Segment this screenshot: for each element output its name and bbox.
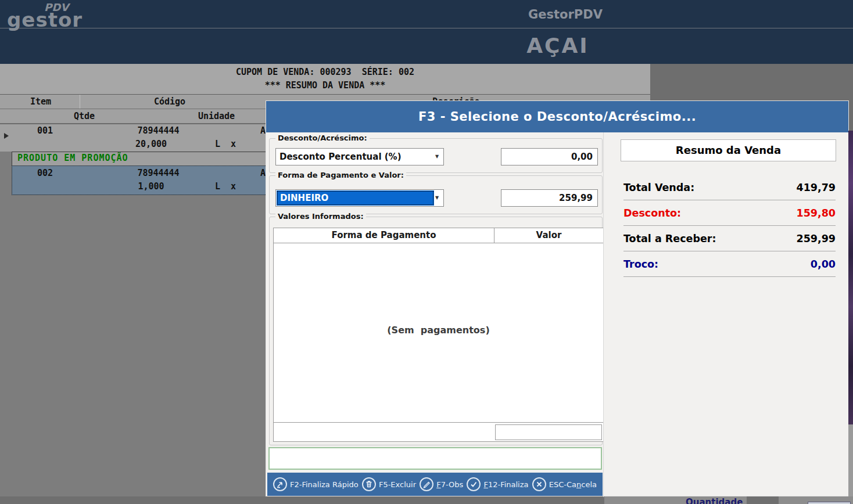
promo-banner-text: PRODUTO EM PROMOÇÃO bbox=[17, 153, 128, 163]
row1-codigo: 78944444 bbox=[134, 125, 183, 136]
discount-type-combobox[interactable]: Desconto Percentual (%) ▼ bbox=[275, 148, 444, 165]
bottom-field-partial bbox=[808, 502, 851, 504]
cupom-number-line: CUPOM DE VENDA: 000293 SÉRIE: 002 bbox=[0, 67, 650, 77]
delete-button[interactable]: F5-Excluir bbox=[362, 477, 416, 491]
summary-row-troco: Troco: 0,00 bbox=[623, 251, 836, 277]
quick-finalize-icon bbox=[273, 477, 287, 491]
row1-item: 001 bbox=[32, 125, 58, 136]
pencil-icon bbox=[420, 477, 433, 491]
payment-groupbox: Forma de Pagamento e Valor: DINHEIRO ▼ 2… bbox=[269, 175, 603, 214]
finalize-button[interactable]: F12-Finaliza bbox=[467, 477, 528, 491]
row2-qtde: 1,000 bbox=[131, 181, 171, 192]
gestor-logo-pdv: PDV bbox=[44, 1, 69, 13]
summary-row-total-venda: Total Venda: 419,79 bbox=[623, 175, 836, 200]
top-header-bar bbox=[0, 0, 853, 28]
payment-group-label: Forma de Pagamento e Valor: bbox=[275, 171, 406, 179]
cancel-icon bbox=[532, 477, 546, 491]
cupom-summary-line: *** RESUMO DA VENDA *** bbox=[0, 80, 650, 91]
col-header-codigo: Código bbox=[145, 96, 194, 107]
summary-row-desconto: Desconto: 159,80 bbox=[623, 200, 836, 226]
quick-finalize-button[interactable]: F2-Finaliza Rápido bbox=[273, 477, 359, 491]
summary-value: 0,00 bbox=[811, 258, 836, 270]
summary-label: Total a Receber: bbox=[623, 233, 716, 244]
check-icon bbox=[467, 477, 481, 491]
row2-item: 002 bbox=[32, 168, 58, 178]
chevron-down-icon[interactable]: ▼ bbox=[431, 149, 443, 165]
payments-list-groupbox: Valores Informados: Forma de Pagamento V… bbox=[269, 217, 603, 445]
no-payments-message: (Sem pagamentos) bbox=[274, 325, 603, 336]
row2-codigo: 78944444 bbox=[134, 168, 183, 178]
chevron-down-icon[interactable]: ▼ bbox=[431, 190, 443, 206]
app-title: GestorPDV bbox=[507, 8, 623, 21]
dialog-toolbar: F2-Finaliza Rápido F5-Excluir F7-Obs bbox=[267, 473, 603, 496]
panel-divider bbox=[603, 132, 604, 497]
obs-button[interactable]: F7-Obs bbox=[420, 477, 463, 491]
column-divider bbox=[80, 95, 80, 109]
cancel-button[interactable]: ESC-Cancela bbox=[532, 477, 597, 491]
payments-table-header: Forma de Pagamento Valor bbox=[274, 228, 603, 243]
payment-value-input[interactable]: 259,99 bbox=[501, 189, 598, 207]
col-header-qtde: Qtde bbox=[67, 111, 102, 121]
discount-dialog: F3 - Selecione o Desconto/Acréscimo... D… bbox=[266, 100, 849, 496]
row1-unidade: L x bbox=[214, 139, 237, 149]
summary-label: Total Venda: bbox=[623, 182, 694, 193]
row1-qtde: 20,000 bbox=[131, 139, 171, 149]
desktop-wallpaper-sliver bbox=[848, 131, 853, 424]
payments-table[interactable]: Forma de Pagamento Valor (Sem pagamentos… bbox=[273, 228, 604, 442]
summary-title: Resumo da Venda bbox=[621, 139, 836, 161]
summary-label: Desconto: bbox=[623, 207, 681, 219]
dialog-body: Desconto/Acréscimo: Desconto Percentual … bbox=[266, 132, 848, 497]
pdv-screen: gestor PDV GestorPDV AÇAI CUPOM DE VENDA… bbox=[0, 0, 853, 504]
summary-rows: Total Venda: 419,79 Desconto: 159,80 Tot… bbox=[623, 175, 836, 277]
bottom-strip-right: Quantidade bbox=[604, 496, 853, 504]
payments-table-footer bbox=[274, 422, 603, 441]
discount-value-input[interactable]: 0,00 bbox=[501, 148, 598, 165]
row2-unidade: L x bbox=[214, 181, 237, 192]
col-header-unidade: Unidade bbox=[195, 111, 238, 121]
desktop-wallpaper-lower bbox=[848, 424, 853, 496]
dialog-title: F3 - Selecione o Desconto/Acréscimo... bbox=[266, 101, 848, 132]
summary-label: Troco: bbox=[623, 258, 658, 270]
trash-icon bbox=[362, 477, 376, 491]
payments-col-value: Valor bbox=[494, 228, 603, 243]
payments-list-label: Valores Informados: bbox=[275, 212, 366, 221]
payments-total-cell bbox=[495, 424, 602, 440]
payment-method-value: DINHEIRO bbox=[277, 190, 434, 206]
barcode-entry-input[interactable] bbox=[268, 447, 602, 470]
discount-groupbox: Desconto/Acréscimo: Desconto Percentual … bbox=[269, 138, 603, 173]
summary-value: 259,99 bbox=[796, 233, 836, 244]
bottom-strip-segment bbox=[747, 496, 779, 504]
quantity-label-partial: Quantidade bbox=[686, 497, 743, 504]
payments-col-payment: Forma de Pagamento bbox=[274, 228, 494, 243]
col-header-item: Item bbox=[23, 96, 58, 107]
store-banner-title: AÇAI bbox=[482, 34, 633, 57]
bottom-strip bbox=[0, 496, 604, 504]
current-row-marker-icon bbox=[4, 133, 9, 139]
store-banner-bar bbox=[0, 28, 853, 64]
summary-value: 419,79 bbox=[796, 182, 836, 193]
discount-group-label: Desconto/Acréscimo: bbox=[275, 134, 370, 142]
payment-method-combobox[interactable]: DINHEIRO ▼ bbox=[275, 189, 444, 207]
discount-type-value: Desconto Percentual (%) bbox=[276, 149, 402, 165]
summary-value: 159,80 bbox=[796, 207, 836, 219]
summary-row-total-receber: Total a Receber: 259,99 bbox=[623, 226, 836, 251]
